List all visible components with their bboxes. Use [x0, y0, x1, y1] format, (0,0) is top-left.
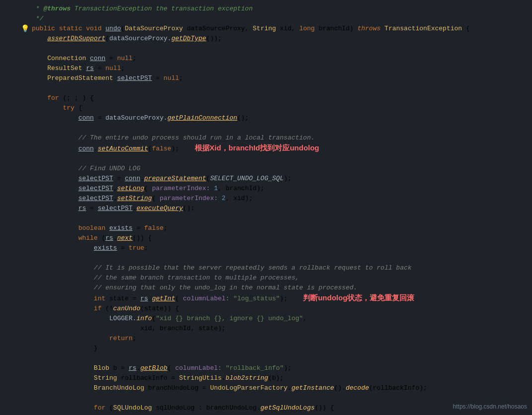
- code-content: exists = true;: [30, 244, 532, 253]
- code-line: [0, 154, 532, 164]
- watermark: https://blog.csdn.net/hosaos: [453, 403, 527, 410]
- code-content: [30, 84, 532, 93]
- code-line: BranchUndoLog branchUndoLog = UndoLogPar…: [0, 383, 532, 393]
- code-line: conn = dataSourceProxy.getPlainConnectio…: [0, 113, 532, 123]
- code-content: // It is possible that the server repeat…: [30, 264, 532, 273]
- code-line: // Find UNDO LOG: [0, 164, 532, 174]
- code-content: * @throws TransactionException the trans…: [30, 4, 532, 13]
- code-content: [30, 254, 532, 263]
- code-content: [30, 154, 532, 163]
- code-content: public static void undo(DataSourceProxy …: [30, 24, 532, 33]
- code-content: Connection conn = null;: [30, 54, 532, 63]
- code-line: [0, 83, 532, 93]
- code-line: try {: [0, 103, 532, 113]
- code-content: return;: [30, 334, 532, 343]
- code-line: while (rs.next()) {: [0, 233, 532, 243]
- code-line: boolean exists = false;: [0, 223, 532, 233]
- code-content: conn = dataSourceProxy.getPlainConnectio…: [30, 114, 532, 123]
- code-line: [0, 393, 532, 403]
- code-content: for (; ; ) {: [30, 94, 532, 103]
- code-line: Blob b = rs.getBlob( columnLabel: "rollb…: [0, 363, 532, 373]
- code-content: selectPST.setLong( parameterIndex: 1, br…: [30, 184, 532, 193]
- code-line: xid, branchId, state);: [0, 324, 532, 334]
- code-line: assertDbSupport(dataSourceProxy.getDbTyp…: [0, 34, 532, 44]
- code-content: ResultSet rs = null;: [30, 64, 532, 73]
- gutter: 💡: [20, 24, 30, 33]
- code-content: try {: [30, 104, 532, 113]
- code-line: // The entire undo process should run in…: [0, 133, 532, 143]
- code-line: */: [0, 14, 532, 24]
- code-content: }: [30, 344, 532, 353]
- code-line: [0, 123, 532, 133]
- code-content: xid, branchId, state);: [30, 324, 532, 333]
- code-content: [30, 354, 532, 363]
- code-line: // ensuring that only the undo_log in th…: [0, 283, 532, 293]
- code-content: assertDbSupport(dataSourceProxy.getDbTyp…: [30, 34, 532, 43]
- code-content: BranchUndoLog branchUndoLog = UndoLogPar…: [30, 384, 532, 393]
- code-content: // Find UNDO LOG: [30, 164, 532, 173]
- code-line: exists = true;: [0, 243, 532, 253]
- code-content: [30, 394, 532, 403]
- code-content: rs = selectPST.executeQuery();: [30, 204, 532, 213]
- code-content: [30, 44, 532, 53]
- bulb-icon: 💡: [21, 24, 29, 33]
- code-content: PreparedStatement selectPST = null;: [30, 74, 532, 83]
- code-line: String rollbackInfo = StringUtils.blob2s…: [0, 373, 532, 383]
- code-content: // ensuring that only the undo_log in th…: [30, 283, 532, 292]
- code-content: // The entire undo process should run in…: [30, 134, 532, 142]
- code-line: selectPST.setLong( parameterIndex: 1, br…: [0, 184, 532, 194]
- code-line: for (; ; ) {: [0, 93, 532, 103]
- code-line: Connection conn = null;: [0, 54, 532, 64]
- code-content: if (!canUndo(state)) {: [30, 304, 532, 313]
- code-line: int state = rs.getInt( columnLabel: "log…: [0, 293, 532, 304]
- code-line: ResultSet rs = null;: [0, 64, 532, 73]
- code-line: TableMeta tableMeta = TableMetaCache.get…: [0, 413, 532, 415]
- code-line: [0, 253, 532, 263]
- code-content: boolean exists = false;: [30, 224, 532, 233]
- code-line: if (!canUndo(state)) {: [0, 304, 532, 314]
- code-line: }: [0, 344, 532, 353]
- code-line: [0, 44, 532, 54]
- code-line: conn.setAutoCommit(false); 根据Xid，branchI…: [0, 143, 532, 154]
- code-line: selectPST = conn.prepareStatement(SELECT…: [0, 174, 532, 184]
- code-container: * @throws TransactionException the trans…: [0, 0, 532, 415]
- code-line: selectPST.setString( parameterIndex: 2, …: [0, 194, 532, 204]
- code-line: for (SQLUndoLog sqlUndoLog : branchUndoL…: [0, 403, 532, 413]
- code-content: conn.setAutoCommit(false); 根据Xid，branchI…: [30, 143, 532, 153]
- code-content: // the same branch transaction to multip…: [30, 274, 532, 282]
- code-line: // It is possible that the server repeat…: [0, 263, 532, 273]
- code-line: return;: [0, 334, 532, 344]
- code-line: rs = selectPST.executeQuery();: [0, 204, 532, 213]
- code-content: [30, 214, 532, 223]
- code-content: */: [30, 14, 532, 23]
- code-content: int state = rs.getInt( columnLabel: "log…: [30, 293, 532, 303]
- code-content: [30, 124, 532, 133]
- code-line: PreparedStatement selectPST = null;: [0, 73, 532, 83]
- code-content: Blob b = rs.getBlob( columnLabel: "rollb…: [30, 364, 532, 373]
- code-content: LOGGER.info("xid {} branch {}, ignore {}…: [30, 314, 532, 323]
- code-line: // the same branch transaction to multip…: [0, 273, 532, 283]
- code-content: String rollbackInfo = StringUtils.blob2s…: [30, 374, 532, 383]
- code-line: [0, 213, 532, 223]
- code-line: LOGGER.info("xid {} branch {}, ignore {}…: [0, 314, 532, 324]
- code-content: selectPST = conn.prepareStatement(SELECT…: [30, 174, 532, 183]
- code-line: [0, 353, 532, 363]
- code-content: while (rs.next()) {: [30, 234, 532, 243]
- code-line: 💡 public static void undo(DataSourceProx…: [0, 24, 532, 34]
- code-line: * @throws TransactionException the trans…: [0, 4, 532, 14]
- code-content: selectPST.setString( parameterIndex: 2, …: [30, 194, 532, 203]
